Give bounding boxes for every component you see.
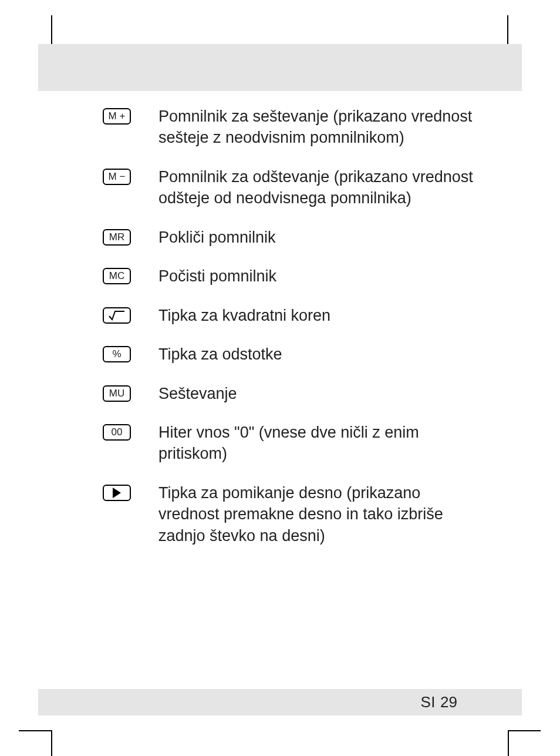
mu-key-icon: MU xyxy=(103,385,131,402)
legend-description: Tipka za kvadratni koren xyxy=(158,305,478,326)
legend-row: MC Počisti pomnilnik xyxy=(103,266,478,287)
legend-row: M − Pomnilnik za odštevanje (prikazano v… xyxy=(103,166,478,209)
legend-description: Pomnilnik za odštevanje (prikazano vredn… xyxy=(158,166,478,209)
percent-key-icon: % xyxy=(103,346,131,362)
shift-right-key-icon xyxy=(103,485,131,501)
legend-description: Pokliči pomnilnik xyxy=(158,227,478,248)
mr-key-icon: MR xyxy=(103,229,131,246)
legend-row: Tipka za pomikanje desno (prikazano vred… xyxy=(103,482,478,546)
legend-row: M + Pomnilnik za seštevanje (prikazano v… xyxy=(103,106,478,149)
legend-row: 00 Hiter vnos "0" (vnese dve ničli z eni… xyxy=(103,422,478,465)
crop-mark xyxy=(507,15,508,45)
crop-mark xyxy=(508,730,541,731)
crop-mark xyxy=(19,730,52,731)
header-bar xyxy=(38,44,522,91)
legend-description: Seštevanje xyxy=(158,383,478,404)
m-plus-key-icon: M + xyxy=(103,108,131,125)
double-zero-key-icon: 00 xyxy=(103,424,131,441)
legend-row: MU Seštevanje xyxy=(103,383,478,404)
crop-mark xyxy=(51,15,52,45)
legend-row: % Tipka za odstotke xyxy=(103,344,478,365)
legend-description: Tipka za odstotke xyxy=(158,344,478,365)
crop-mark xyxy=(51,730,52,756)
square-root-key-icon xyxy=(103,307,131,324)
footer-language: SI xyxy=(421,693,436,711)
legend-row: Tipka za kvadratni koren xyxy=(103,305,478,326)
legend-description: Tipka za pomikanje desno (prikazano vred… xyxy=(158,482,478,546)
legend-description: Pomnilnik za seštevanje (prikazano vredn… xyxy=(158,106,478,149)
legend-description: Počisti pomnilnik xyxy=(158,266,478,287)
legend-description: Hiter vnos "0" (vnese dve ničli z enim p… xyxy=(158,422,478,465)
legend-row: MR Pokliči pomnilnik xyxy=(103,227,478,248)
key-legend-list: M + Pomnilnik za seštevanje (prikazano v… xyxy=(103,106,478,564)
m-minus-key-icon: M − xyxy=(103,169,131,185)
footer-bar: SI 29 xyxy=(38,689,522,715)
footer-page-number: 29 xyxy=(440,693,457,711)
mc-key-icon: MC xyxy=(103,268,131,284)
crop-mark xyxy=(508,730,509,756)
